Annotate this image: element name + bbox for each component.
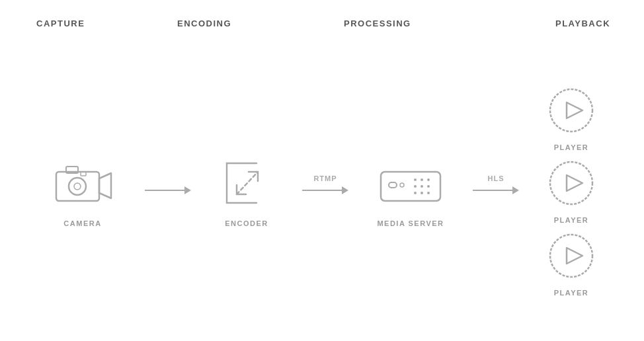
encoding-header: ENCODING: [177, 19, 231, 28]
hls-label: HLS: [488, 174, 504, 182]
arrow3-head: [512, 186, 519, 194]
svg-point-14: [427, 185, 430, 188]
players-group: PLAYER PLAYER PLAYER: [545, 84, 598, 297]
svg-point-22: [550, 235, 592, 277]
arrow2: [302, 186, 348, 194]
svg-point-12: [414, 185, 417, 188]
svg-rect-7: [389, 182, 397, 188]
media-server-svg: [374, 153, 447, 213]
arrow2-line: [302, 190, 342, 191]
svg-marker-23: [567, 248, 583, 264]
player2-item: PLAYER: [545, 157, 598, 224]
svg-point-8: [400, 183, 404, 187]
svg-point-1: [69, 178, 86, 195]
arrow3-line: [473, 190, 512, 191]
svg-point-17: [427, 192, 430, 194]
player1-svg: [545, 84, 598, 137]
processing-header: PROCESSING: [344, 19, 411, 28]
arrow3: [473, 186, 519, 194]
svg-point-10: [421, 178, 423, 181]
rtmp-label: RTMP: [313, 174, 337, 182]
svg-point-15: [414, 192, 417, 194]
player2-label: PLAYER: [554, 216, 589, 224]
player1-label: PLAYER: [554, 143, 589, 151]
player2-svg: [545, 157, 598, 209]
svg-point-16: [421, 192, 423, 194]
arrow1-line: [145, 190, 184, 191]
player3-svg: [545, 229, 598, 282]
svg-marker-19: [567, 102, 583, 118]
arrow1: [145, 186, 191, 194]
arrow2-head: [342, 186, 348, 194]
playback-header: PLAYBACK: [555, 19, 610, 28]
camera-label: CAMERA: [63, 219, 101, 227]
svg-point-13: [421, 185, 423, 188]
encoder-svg: [217, 153, 276, 213]
player3-label: PLAYER: [554, 289, 589, 297]
svg-line-5: [237, 172, 258, 194]
encoder-label: ENCODER: [225, 219, 268, 227]
arrow3-wrap: HLS: [473, 186, 519, 194]
main-row: CAMERA ENCODER RTMP: [26, 84, 618, 297]
svg-point-2: [74, 183, 81, 190]
diagram: CAPTURE ENCODING PROCESSING PLAYBACK CAM…: [0, 0, 644, 341]
arrow2-wrap: RTMP: [302, 186, 348, 194]
media-server-icon-wrap: MEDIA SERVER: [374, 153, 447, 227]
svg-marker-21: [567, 175, 583, 191]
player3-item: PLAYER: [545, 229, 598, 297]
camera-svg: [46, 153, 119, 213]
media-server-label: MEDIA SERVER: [377, 219, 444, 227]
svg-point-9: [414, 178, 417, 181]
encoder-icon-wrap: ENCODER: [217, 153, 276, 227]
camera-icon-wrap: CAMERA: [46, 153, 119, 227]
capture-header: CAPTURE: [36, 19, 85, 28]
arrow1-wrap: [145, 186, 191, 194]
svg-rect-0: [56, 172, 99, 201]
arrow1-head: [184, 186, 191, 194]
svg-point-11: [427, 178, 430, 181]
player1-item: PLAYER: [545, 84, 598, 151]
svg-point-20: [550, 162, 592, 204]
svg-point-18: [550, 89, 592, 132]
